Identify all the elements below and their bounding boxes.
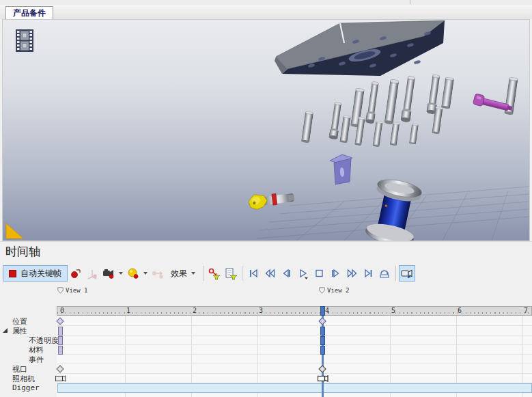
previous-frame-icon	[280, 267, 293, 279]
light-bulb-icon	[126, 267, 140, 279]
part-blue-cylinder-bushing[interactable]	[364, 176, 425, 241]
timeline-ruler[interactable]: 0 1 2 3 4 5 6 7	[57, 306, 532, 316]
set-keyframe-button[interactable]	[68, 265, 84, 282]
row-separator	[57, 364, 532, 364]
track-camera[interactable]: 照相机	[12, 374, 35, 383]
play-button[interactable]	[294, 265, 311, 282]
window-top-strip	[0, 0, 532, 6]
row-separator	[57, 354, 532, 355]
ruler-number: 3	[259, 307, 263, 315]
effects-label: 效果	[169, 268, 189, 279]
toolbar-separator-remnant	[410, 0, 410, 4]
ruler-number: 4	[325, 307, 329, 315]
expander-properties[interactable]	[3, 328, 8, 333]
ruler-number: 2	[193, 307, 197, 315]
ruler-number: 6	[458, 307, 462, 315]
effects-button[interactable]: 效果	[166, 265, 200, 282]
row-separator	[57, 335, 532, 336]
keyframe-camera-t4[interactable]	[318, 375, 328, 382]
record-square-icon	[9, 270, 16, 277]
timeline-title: 时间轴	[5, 244, 40, 260]
fast-forward-icon	[346, 267, 359, 279]
keyframe-material-t0[interactable]	[58, 346, 63, 355]
keyframe-camera-t0[interactable]	[55, 375, 66, 382]
track-viewport[interactable]: 视口	[12, 364, 27, 374]
play-camera-views-toggle[interactable]	[399, 265, 415, 282]
ruler-number: 7	[524, 307, 528, 315]
next-frame-icon	[329, 267, 342, 279]
translate-keyframe-button[interactable]	[84, 265, 100, 282]
fast-backward-icon	[264, 267, 277, 279]
playhead-handle[interactable]	[320, 306, 325, 316]
keyframe-properties-t4[interactable]	[320, 327, 325, 336]
toolbar-separator	[395, 266, 396, 281]
loop-playback-button[interactable]	[376, 265, 393, 282]
event-keyframe-button[interactable]	[150, 265, 166, 282]
track-opacity[interactable]: 不透明度	[29, 336, 59, 345]
loop-icon	[378, 267, 391, 279]
keyframe-opacity-t4[interactable]	[320, 336, 325, 345]
skip-to-end-icon	[362, 267, 375, 279]
toolbar-separator	[203, 266, 204, 281]
ruler-number: 0	[60, 307, 64, 315]
keyframe-properties-t0[interactable]	[58, 327, 63, 336]
toolbar-separator	[242, 266, 242, 281]
key-filter-icon	[208, 267, 221, 280]
part-top-plate[interactable]	[275, 20, 445, 76]
view-marker-label: View 2	[327, 287, 350, 294]
scene-3d	[3, 20, 529, 241]
move-keyframe-icon	[151, 267, 165, 279]
track-events[interactable]: 事件	[29, 355, 44, 364]
view-marker-label: View 1	[66, 287, 88, 294]
play-icon	[296, 267, 309, 279]
skip-to-start-icon	[247, 267, 260, 279]
row-separator	[57, 325, 532, 326]
step-forward-button[interactable]	[327, 265, 344, 282]
camera-keyframe-button[interactable]	[100, 265, 117, 282]
timeline-panel: 时间轴 自动关键帧	[0, 241, 532, 397]
keyframe-dot-icon	[70, 267, 82, 279]
step-back-button[interactable]	[278, 265, 294, 282]
track-digger[interactable]: Digger	[12, 383, 40, 393]
filter-keyframes-button[interactable]	[206, 265, 223, 282]
marker-view-2[interactable]: View 2	[319, 286, 350, 295]
marker-view-1[interactable]: View 1	[57, 286, 88, 295]
viewport-3d[interactable]	[2, 19, 530, 241]
timeline-toolbar: 自动关键帧	[3, 264, 415, 283]
light-keyframe-dropdown[interactable]	[143, 272, 148, 275]
part-latch-bracket[interactable]	[330, 154, 352, 184]
rewind-button[interactable]	[262, 265, 278, 282]
tab-product-spares[interactable]: 产品备件	[5, 6, 53, 19]
row-separator	[57, 373, 532, 374]
track-material[interactable]: 材料	[29, 345, 44, 355]
ruler-number: 1	[126, 307, 130, 315]
keyframe-material-t4[interactable]	[320, 346, 325, 355]
view-marker-icon	[319, 287, 325, 294]
ground-triangle-icon[interactable]	[6, 223, 23, 238]
digger-track-bar[interactable]	[57, 383, 532, 393]
part-dowel-pins[interactable]	[301, 74, 518, 148]
camera-icon	[102, 267, 115, 279]
document-tab-bar: 产品备件	[0, 6, 532, 19]
go-to-end-button[interactable]	[360, 265, 376, 282]
ruler-number: 5	[391, 307, 395, 315]
effects-dropdown	[191, 272, 195, 275]
filter-list-button[interactable]	[223, 265, 239, 282]
part-yellow-clevis-shaft[interactable]	[248, 190, 295, 210]
row-separator	[57, 344, 532, 345]
fast-forward-button[interactable]	[344, 265, 360, 282]
keyframe-opacity-t0[interactable]	[58, 336, 63, 345]
stop-button[interactable]	[311, 265, 327, 282]
stop-icon	[313, 267, 326, 279]
track-properties[interactable]: 属性	[12, 326, 27, 336]
go-to-start-button[interactable]	[245, 265, 262, 282]
auto-keyframe-button[interactable]: 自动关键帧	[3, 265, 68, 282]
track-position[interactable]: 位置	[12, 316, 27, 326]
auto-keyframe-label: 自动关键帧	[20, 268, 61, 279]
camera-keyframe-dropdown[interactable]	[119, 272, 123, 275]
sheet-filter-icon	[224, 267, 238, 280]
view-marker-icon	[57, 287, 64, 294]
axes-gizmo-icon	[86, 267, 98, 279]
light-keyframe-button[interactable]	[125, 265, 141, 282]
film-strip-icon[interactable]	[16, 29, 33, 52]
